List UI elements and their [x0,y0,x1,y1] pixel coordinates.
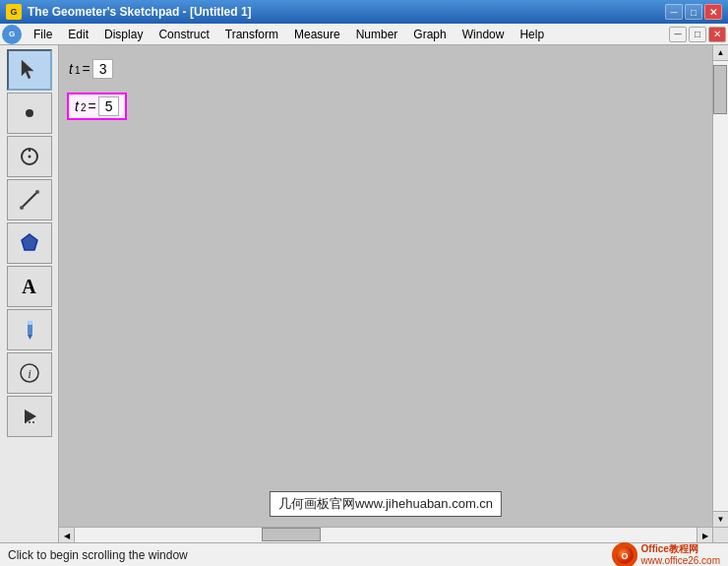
t1-equals: = [82,61,90,77]
line-tool[interactable] [7,179,52,220]
office-badge: O Office教程网 www.office26.com [612,542,720,567]
window-controls: ─ □ ✕ [665,4,722,20]
scroll-right-button[interactable]: ▶ [697,528,712,542]
svg-line-5 [22,192,37,208]
svg-point-1 [26,109,33,117]
office-logo-icon: O [612,542,637,567]
status-text: Click to begin scrolling the window [8,548,188,562]
compass-tool[interactable] [7,136,52,177]
svg-text:i: i [28,366,31,381]
scroll-down-button[interactable]: ▼ [713,511,728,527]
toolbar: A i [0,45,59,542]
app-menu-icon[interactable]: G [2,25,22,44]
main-area: A i [0,45,728,542]
minimize-button[interactable]: ─ [665,4,683,20]
scroll-track-h[interactable] [75,528,697,542]
scroll-corner [712,527,728,542]
status-bar: Click to begin scrolling the window O Of… [0,542,728,566]
menu-close-button[interactable]: ✕ [708,27,726,42]
menu-restore-button[interactable]: □ [689,27,706,42]
office-text-block: Office教程网 www.office26.com [641,543,720,567]
scroll-thumb-h[interactable] [262,528,321,541]
scroll-track-v[interactable] [713,61,728,511]
t2-variable: t [75,98,79,114]
maximize-button[interactable]: □ [685,4,702,20]
menu-number[interactable]: Number [348,26,406,43]
title-bar: G The Geometer's Sketchpad - [Untitled 1… [0,0,728,24]
window-title: The Geometer's Sketchpad - [Untitled 1] [28,5,665,19]
t1-value-box[interactable]: 3 [92,59,114,79]
menu-graph[interactable]: Graph [405,26,454,43]
svg-text:O: O [621,551,628,561]
svg-point-6 [20,206,24,210]
office-label-2: www.office26.com [641,555,720,567]
scroll-left-button[interactable]: ◀ [59,528,75,542]
svg-point-3 [28,156,30,158]
t2-value-box[interactable]: 5 [98,96,120,116]
svg-marker-8 [22,234,37,250]
t1-variable: t [69,61,73,77]
info-tool[interactable]: i [7,352,52,394]
text-tool[interactable]: A [7,266,52,307]
app-icon: G [6,4,22,20]
vertical-scrollbar[interactable]: ▲ ▼ [712,45,728,527]
t1-expression: t1 = 3 [69,59,113,79]
horizontal-scrollbar[interactable]: ◀ ▶ [59,527,712,542]
svg-marker-10 [28,335,32,340]
menu-minimize-button[interactable]: ─ [669,27,687,42]
menu-file[interactable]: File [26,26,60,43]
select-tool[interactable] [7,49,52,91]
menu-construct[interactable]: Construct [151,26,216,43]
svg-rect-11 [28,321,32,325]
menu-bar: G File Edit Display Construct Transform … [0,24,728,45]
t2-value: 5 [105,98,113,114]
close-button[interactable]: ✕ [704,4,722,20]
menu-transform[interactable]: Transform [217,26,286,43]
bottom-row: ◀ ▶ [59,527,728,542]
canvas-wrapper: t1 = 3 t2 = 5 几何画板官网www.jihehuaban.com.c… [59,45,728,542]
canvas[interactable]: t1 = 3 t2 = 5 几何画板官网www.jihehuaban.com.c… [59,45,712,527]
marker-tool[interactable] [7,309,52,350]
svg-point-7 [35,190,39,194]
scroll-up-button[interactable]: ▲ [713,45,728,61]
status-right: O Office教程网 www.office26.com [612,542,720,567]
point-tool[interactable] [7,93,52,134]
t2-subscript: 2 [81,102,87,113]
polygon-tool[interactable] [7,222,52,264]
menu-bar-controls: ─ □ ✕ [669,27,726,42]
t1-subscript: 1 [75,65,81,76]
menu-measure[interactable]: Measure [286,26,348,43]
t1-value: 3 [99,61,107,77]
svg-marker-14 [25,409,36,423]
menu-help[interactable]: Help [512,26,552,43]
menu-window[interactable]: Window [455,26,513,43]
t2-expression[interactable]: t2 = 5 [67,93,127,120]
t2-equals: = [88,98,95,114]
menu-display[interactable]: Display [96,26,151,43]
menu-edit[interactable]: Edit [60,26,96,43]
watermark: 几何画板官网www.jihehuaban.com.cn [270,491,502,517]
office-label-1: Office教程网 [641,543,720,555]
svg-marker-0 [22,60,33,79]
animate-tool[interactable] [7,396,52,437]
scroll-thumb-v[interactable] [713,65,727,114]
canvas-with-scroll: t1 = 3 t2 = 5 几何画板官网www.jihehuaban.com.c… [59,45,728,527]
